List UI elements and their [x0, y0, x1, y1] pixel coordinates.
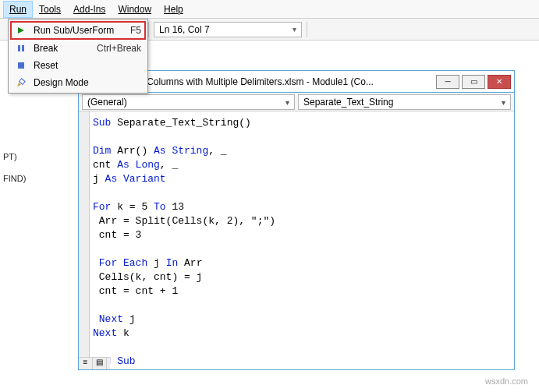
menu-help[interactable]: Help	[158, 1, 190, 18]
window-title: ting Text to Columns with Multiple Delim…	[99, 76, 431, 87]
menu-item-design-mode[interactable]: Design Mode	[10, 74, 146, 91]
full-view-icon[interactable]: ▤	[93, 358, 107, 369]
code-text: Sub Separate_Text_String() Dim Arr() As …	[93, 116, 514, 369]
menu-item-break[interactable]: Break Ctrl+Break	[10, 40, 146, 57]
chevron-down-icon: ▾	[502, 98, 505, 107]
code-gutter	[79, 111, 90, 369]
watermark: wsxdn.com	[485, 376, 528, 386]
menu-window[interactable]: Window	[112, 1, 158, 18]
maximize-button[interactable]: ▭	[462, 75, 485, 89]
design-icon	[15, 78, 27, 87]
menu-addins[interactable]: Add-Ins	[67, 1, 112, 18]
menubar: Run Tools Add-Ins Window Help	[0, 0, 539, 19]
minimize-button[interactable]: ─	[436, 75, 459, 89]
dropdown-arrow-icon[interactable]: ▾	[293, 23, 296, 37]
svg-rect-3	[18, 62, 24, 69]
svg-rect-1	[18, 45, 20, 51]
menu-item-reset[interactable]: Reset	[10, 57, 146, 74]
run-dropdown: Run Sub/UserForm F5 Break Ctrl+Break Res…	[8, 19, 148, 94]
code-window: ting Text to Columns with Multiple Delim…	[78, 70, 515, 370]
svg-marker-0	[18, 27, 24, 34]
view-switch[interactable]: ≡ ▤	[79, 357, 110, 369]
svg-rect-2	[22, 45, 24, 51]
status-line-col: Ln 16, Col 7 ▾	[154, 22, 302, 37]
procedure-view-icon[interactable]: ≡	[79, 358, 93, 369]
object-selector[interactable]: (General) ▾	[82, 94, 295, 110]
menu-run[interactable]: Run	[3, 1, 33, 18]
procedure-selector[interactable]: Separate_Text_String ▾	[298, 94, 511, 110]
menu-tools[interactable]: Tools	[33, 1, 67, 18]
pause-icon	[15, 44, 27, 52]
panel-item: PT)	[3, 150, 59, 164]
chevron-down-icon: ▾	[285, 98, 289, 107]
code-selectors: (General) ▾ Separate_Text_String ▾	[79, 93, 514, 111]
code-editor[interactable]: Sub Separate_Text_String() Dim Arr() As …	[79, 111, 514, 369]
close-button[interactable]: ✕	[488, 75, 511, 89]
panel-item: FIND)	[3, 171, 59, 185]
stop-icon	[15, 62, 27, 69]
menu-item-run-sub[interactable]: Run Sub/UserForm F5	[10, 21, 146, 40]
svg-rect-5	[19, 79, 25, 85]
play-icon	[15, 26, 27, 34]
